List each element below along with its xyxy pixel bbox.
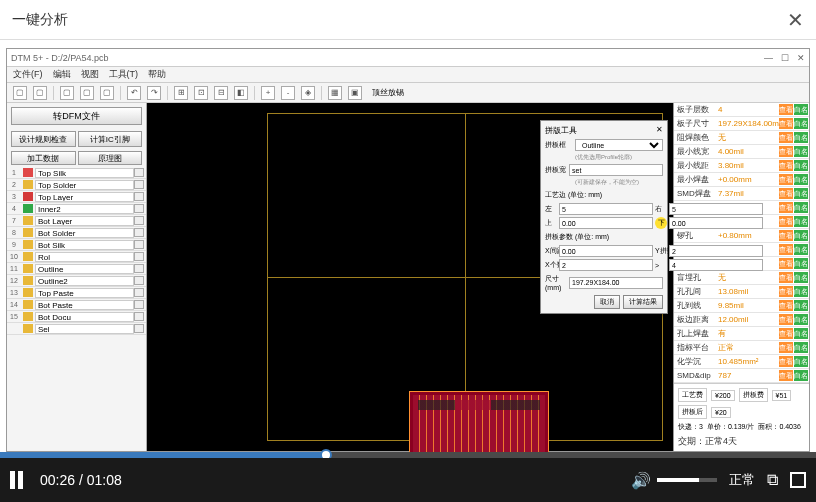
layer-toggle[interactable]	[134, 168, 144, 177]
layer-color-swatch[interactable]	[23, 276, 33, 285]
layer-color-swatch[interactable]	[23, 300, 33, 309]
prop-pass-button[interactable]: 白名	[794, 216, 808, 227]
layer-toggle[interactable]	[134, 192, 144, 201]
prop-pass-button[interactable]: 白名	[794, 104, 808, 115]
layer-row[interactable]: 15Bot Docu	[7, 311, 146, 323]
layer-color-swatch[interactable]	[23, 216, 33, 225]
prop-action-button[interactable]: 查看	[779, 188, 793, 199]
panel-cancel-button[interactable]: 取消	[594, 295, 620, 309]
prop-action-button[interactable]: 查看	[779, 258, 793, 269]
prop-pass-button[interactable]: 白名	[794, 146, 808, 157]
layer-color-swatch[interactable]	[23, 312, 33, 321]
prop-action-button[interactable]: 查看	[779, 300, 793, 311]
layer-row[interactable]: 7Bot Layer	[7, 215, 146, 227]
tool-icon[interactable]: ▢	[33, 86, 47, 100]
menu-help[interactable]: 帮助	[148, 68, 166, 81]
panel-ok-button[interactable]: 计算结果	[623, 295, 663, 309]
layer-toggle[interactable]	[134, 324, 144, 333]
layer-toggle[interactable]	[134, 252, 144, 261]
menubar[interactable]: 文件(F) 编辑 视图 工具(T) 帮助	[7, 67, 809, 83]
pip-icon[interactable]: ⧉	[767, 471, 778, 489]
prop-action-button[interactable]: 查看	[779, 118, 793, 129]
layer-toggle[interactable]	[134, 216, 144, 225]
layer-row[interactable]: 14Bot Paste	[7, 299, 146, 311]
fp-outline-select[interactable]: Outline	[575, 139, 663, 151]
layer-row[interactable]: 2Top Solder	[7, 179, 146, 191]
tool-icon[interactable]: ▣	[348, 86, 362, 100]
tab-schematic[interactable]: 原理图	[78, 151, 143, 165]
prop-pass-button[interactable]: 白名	[794, 244, 808, 255]
menu-edit[interactable]: 编辑	[53, 68, 71, 81]
prop-pass-button[interactable]: 白名	[794, 328, 808, 339]
tool-icon[interactable]: ▢	[13, 86, 27, 100]
menu-tools[interactable]: 工具(T)	[109, 68, 139, 81]
prop-pass-button[interactable]: 白名	[794, 286, 808, 297]
layer-row[interactable]: 13Top Paste	[7, 287, 146, 299]
fp-xcount-input[interactable]	[559, 259, 653, 271]
layer-color-swatch[interactable]	[23, 204, 33, 213]
prop-action-button[interactable]: 查看	[779, 356, 793, 367]
close-icon[interactable]: ✕	[787, 8, 804, 32]
layer-toggle[interactable]	[134, 204, 144, 213]
layer-color-swatch[interactable]	[23, 168, 33, 177]
layer-color-swatch[interactable]	[23, 288, 33, 297]
layer-color-swatch[interactable]	[23, 264, 33, 273]
prop-pass-button[interactable]: 白名	[794, 258, 808, 269]
prop-pass-button[interactable]: 白名	[794, 174, 808, 185]
layer-color-swatch[interactable]	[23, 228, 33, 237]
prop-pass-button[interactable]: 白名	[794, 300, 808, 311]
prop-action-button[interactable]: 查看	[779, 160, 793, 171]
fp-extra-input[interactable]	[669, 259, 763, 271]
prop-action-button[interactable]: 查看	[779, 174, 793, 185]
layer-toggle[interactable]	[134, 312, 144, 321]
tool-icon[interactable]: ↶	[127, 86, 141, 100]
fp-left-input[interactable]	[559, 203, 653, 215]
fp-top-input[interactable]	[559, 217, 653, 229]
tab-fab-data[interactable]: 加工数据	[11, 151, 76, 165]
layer-row[interactable]: 12Outline2	[7, 275, 146, 287]
volume-slider[interactable]	[657, 478, 717, 482]
prop-action-button[interactable]: 查看	[779, 202, 793, 213]
drc-button[interactable]: 设计规则检查	[11, 131, 76, 147]
fp-xgap-input[interactable]	[559, 245, 653, 257]
prop-pass-button[interactable]: 白名	[794, 118, 808, 129]
tool-icon[interactable]: ▢	[100, 86, 114, 100]
layer-row[interactable]: 10Rol	[7, 251, 146, 263]
prop-pass-button[interactable]: 白名	[794, 342, 808, 353]
layer-toggle[interactable]	[134, 264, 144, 273]
grid-icon[interactable]: ▦	[328, 86, 342, 100]
menu-view[interactable]: 视图	[81, 68, 99, 81]
prop-action-button[interactable]: 查看	[779, 328, 793, 339]
volume-icon[interactable]: 🔊	[631, 471, 651, 490]
tool-icon[interactable]: ⊡	[194, 86, 208, 100]
prop-action-button[interactable]: 查看	[779, 370, 793, 381]
tool-icon[interactable]: ▢	[60, 86, 74, 100]
prop-action-button[interactable]: 查看	[779, 314, 793, 325]
zoom-out-icon[interactable]: -	[281, 86, 295, 100]
prop-pass-button[interactable]: 白名	[794, 160, 808, 171]
prop-pass-button[interactable]: 白名	[794, 230, 808, 241]
layer-color-swatch[interactable]	[23, 324, 33, 333]
tool-icon[interactable]: ↷	[147, 86, 161, 100]
layer-color-swatch[interactable]	[23, 192, 33, 201]
menu-file[interactable]: 文件(F)	[13, 68, 43, 81]
layer-toggle[interactable]	[134, 288, 144, 297]
prop-action-button[interactable]: 查看	[779, 104, 793, 115]
prop-action-button[interactable]: 查看	[779, 272, 793, 283]
prop-pass-button[interactable]: 白名	[794, 132, 808, 143]
layer-row[interactable]: 9Bot Silk	[7, 239, 146, 251]
prop-action-button[interactable]: 查看	[779, 244, 793, 255]
prop-action-button[interactable]: 查看	[779, 216, 793, 227]
prop-action-button[interactable]: 查看	[779, 230, 793, 241]
pause-button[interactable]	[10, 471, 28, 489]
prop-pass-button[interactable]: 白名	[794, 202, 808, 213]
tool-icon[interactable]: ⊟	[214, 86, 228, 100]
layer-toggle[interactable]	[134, 240, 144, 249]
prop-pass-button[interactable]: 白名	[794, 314, 808, 325]
layer-toggle[interactable]	[134, 300, 144, 309]
prop-pass-button[interactable]: 白名	[794, 370, 808, 381]
layer-row[interactable]: 3Top Layer	[7, 191, 146, 203]
fp-set-input[interactable]	[569, 164, 663, 176]
prop-pass-button[interactable]: 白名	[794, 272, 808, 283]
layer-color-swatch[interactable]	[23, 180, 33, 189]
